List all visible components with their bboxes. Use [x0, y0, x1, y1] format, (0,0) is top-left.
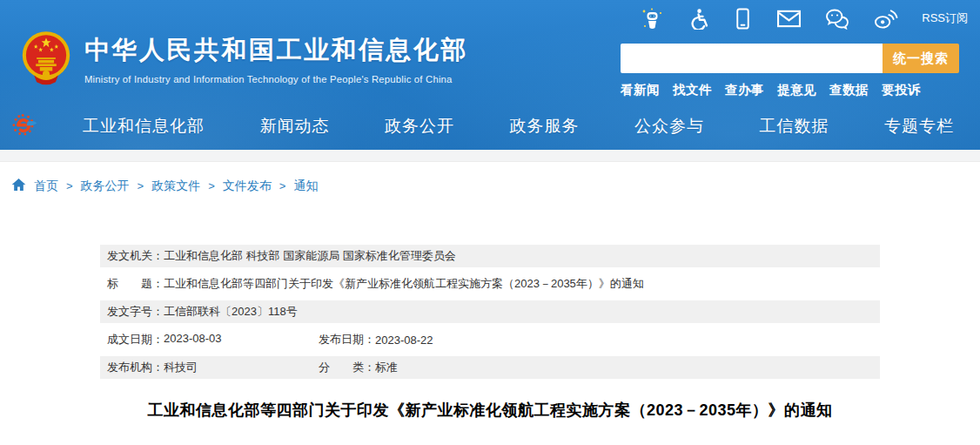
breadcrumb-separator: >: [66, 179, 73, 192]
meta-row-title: 标 题： 工业和信息化部等四部门关于印发《新产业标准化领航工程实施方案（2023…: [100, 273, 880, 295]
meta-value: 标准: [375, 360, 398, 375]
main-nav: 工业和信息化部 新闻动态 政务公开 政务服务 公众参与 工信数据 专题专栏: [0, 103, 980, 150]
document-meta-table: 发文机关： 工业和信息化部 科技部 国家能源局 国家标准化管理委员会 标 题： …: [100, 245, 880, 384]
breadcrumb-policy-documents[interactable]: 政策文件: [151, 179, 200, 194]
meta-row-document-number: 发文字号： 工信部联科〔2023〕118号: [100, 300, 880, 323]
nav-item-gov-services[interactable]: 政务服务: [510, 115, 580, 138]
meta-row-issuing-agency: 发文机关： 工业和信息化部 科技部 国家能源局 国家标准化管理委员会: [100, 245, 880, 267]
meta-value: 科技司: [164, 360, 198, 375]
meta-value: 工业和信息化部 科技部 国家能源局 国家标准化管理委员会: [164, 248, 456, 264]
breadcrumb-gov-openness[interactable]: 政务公开: [81, 179, 130, 194]
nav-item-miit-data[interactable]: 工信数据: [760, 115, 829, 138]
nav-item-gov-openness[interactable]: 政务公开: [385, 115, 454, 138]
meta-value: 工业和信息化部等四部门关于印发《新产业标准化领航工程实施方案（2023－2035…: [164, 276, 644, 292]
header-divider: [0, 150, 980, 162]
breadcrumb-separator: >: [208, 179, 215, 192]
site-header: RSS订阅: [0, 0, 980, 150]
national-emblem-icon: [21, 30, 71, 91]
accessibility-icon[interactable]: [688, 8, 709, 30]
assistant-robot-icon[interactable]: [641, 7, 664, 30]
breadcrumb-notice[interactable]: 通知: [293, 179, 318, 194]
nav-item-miit[interactable]: 工业和信息化部: [83, 115, 205, 138]
meta-label: 发布机构：: [107, 360, 164, 375]
quick-links: 看新闻 找文件 查办事 提意见 查数据 要投诉: [621, 82, 960, 98]
breadcrumb-home[interactable]: 首页: [34, 179, 58, 194]
meta-label: 标 题：: [107, 276, 164, 292]
mobile-icon[interactable]: [733, 8, 753, 30]
weibo-icon[interactable]: [873, 8, 898, 30]
meta-value: 2023-08-03: [164, 332, 222, 347]
meta-label: 分 类：: [319, 360, 375, 375]
quick-link-services[interactable]: 查办事: [725, 82, 764, 98]
meta-row-publisher-category: 发布机构： 科技司 分 类： 标准: [100, 356, 880, 379]
search-area: 统一搜索 看新闻 找文件 查办事 提意见 查数据 要投诉: [621, 44, 960, 98]
page: RSS订阅: [0, 0, 980, 445]
utility-bar: RSS订阅: [641, 6, 968, 30]
meta-label: 发文字号：: [107, 304, 164, 320]
miit-e-logo-icon: [9, 111, 40, 145]
meta-label: 成文日期：: [107, 332, 164, 347]
meta-label: 发文机关：: [107, 248, 164, 264]
breadcrumb: 首页 > 政务公开 > 政策文件 > 文件发布 > 通知: [11, 178, 318, 194]
breadcrumb-document-release[interactable]: 文件发布: [223, 179, 272, 194]
unified-search-button[interactable]: 统一搜索: [883, 44, 959, 73]
article-title: 工业和信息化部等四部门关于印发《新产业标准化领航工程实施方案（2023－2035…: [0, 400, 980, 421]
nav-item-public-participation[interactable]: 公众参与: [634, 115, 704, 138]
quick-link-documents[interactable]: 找文件: [673, 82, 712, 98]
wechat-icon[interactable]: [825, 8, 849, 30]
rss-subscribe-link[interactable]: RSS订阅: [922, 10, 968, 26]
nav-item-news[interactable]: 新闻动态: [260, 115, 330, 138]
nav-item-special-topics[interactable]: 专题专栏: [884, 115, 954, 138]
meta-value: 2023-08-22: [375, 334, 433, 347]
meta-value: 工信部联科〔2023〕118号: [164, 304, 298, 320]
nav-items: 工业和信息化部 新闻动态 政务公开 政务服务 公众参与 工信数据 专题专栏: [0, 115, 980, 138]
quick-link-complaint[interactable]: 要投诉: [882, 82, 921, 98]
brand-text: 中华人民共和国工业和信息化部 Ministry of Industry and …: [84, 30, 468, 84]
breadcrumb-separator: >: [279, 179, 286, 192]
quick-link-news[interactable]: 看新闻: [621, 82, 660, 98]
meta-label: 发布日期：: [319, 332, 375, 347]
site-brand: 中华人民共和国工业和信息化部 Ministry of Industry and …: [21, 30, 468, 91]
search-input[interactable]: [621, 44, 883, 73]
breadcrumb-separator: >: [138, 179, 144, 192]
site-subtitle: Ministry of Industry and Information Tec…: [84, 74, 468, 84]
quick-link-feedback[interactable]: 提意见: [777, 82, 816, 98]
home-icon[interactable]: [11, 178, 26, 194]
search-box: 统一搜索: [621, 44, 959, 73]
site-title: 中华人民共和国工业和信息化部: [84, 33, 468, 68]
quick-link-data[interactable]: 查数据: [829, 82, 869, 98]
mail-icon[interactable]: [776, 9, 802, 29]
meta-row-dates: 成文日期： 2023-08-03 发布日期： 2023-08-22: [100, 328, 880, 351]
